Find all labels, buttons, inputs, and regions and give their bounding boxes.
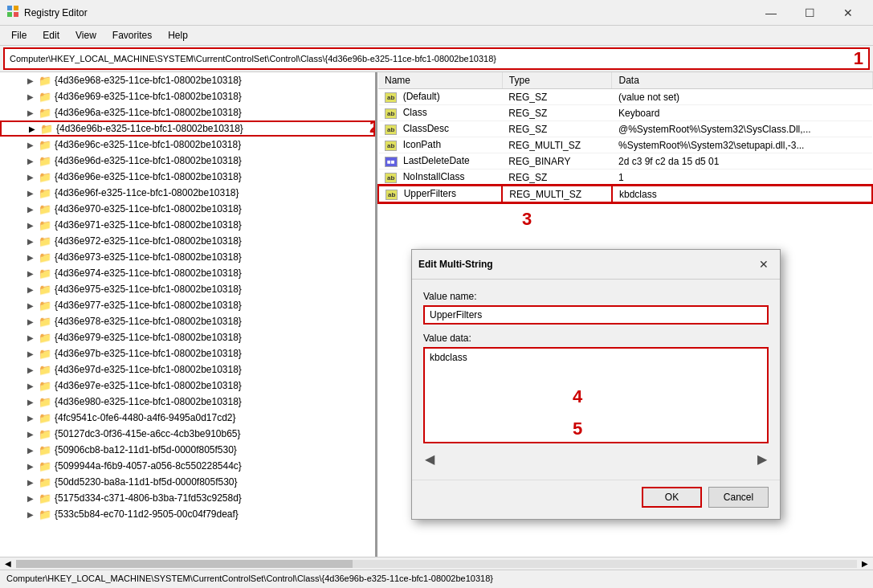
tree-label-8: {4d36e96f-e325-11ce-bfc1-08002be10318} <box>55 187 239 198</box>
scroll-right-btn[interactable]: ▶ <box>859 559 871 568</box>
value-name-input[interactable] <box>423 305 769 325</box>
tree-item-24[interactable]: ▶ 📁 {50906cb8-ba12-11d1-bf5d-0000f805f53… <box>0 442 375 458</box>
table-row[interactable]: ab NoInstallClass REG_SZ 1 <box>378 169 872 186</box>
minimize-button[interactable]: — <box>753 2 789 24</box>
tree-item-23[interactable]: ▶ 📁 {50127dc3-0f36-415e-a6cc-4cb3be910b6… <box>0 426 375 442</box>
table-row[interactable]: ab (Default) REG_SZ (value not set) <box>378 89 872 105</box>
tree-item-18[interactable]: ▶ 📁 {4d36e97b-e325-11ce-bfc1-08002be1031… <box>0 345 375 361</box>
table-row-upperfilters[interactable]: ab UpperFilters REG_MULTI_SZ kbdclass <box>378 186 872 202</box>
tree-item-17[interactable]: ▶ 📁 {4d36e979-e325-11ce-bfc1-08002be1031… <box>0 329 375 345</box>
tree-item-26[interactable]: ▶ 📁 {50dd5230-ba8a-11d1-bf5d-0000f805f53… <box>0 474 375 490</box>
tree-label-27: {5175d334-c371-4806-b3ba-71fd53c9258d} <box>55 492 242 504</box>
tree-item-7[interactable]: ▶ 📁 {4d36e96e-e325-11ce-bfc1-08002be1031… <box>0 169 375 185</box>
folder-icon-15: 📁 <box>39 300 51 312</box>
dialog-cancel-button[interactable]: Cancel <box>708 487 769 508</box>
folder-icon-7: 📁 <box>39 171 51 183</box>
value-data-label: Value data: <box>423 333 769 344</box>
dialog-footer: OK Cancel <box>412 480 780 519</box>
menu-view[interactable]: View <box>67 27 104 43</box>
menu-file[interactable]: File <box>3 27 35 43</box>
expand-arrow-15: ▶ <box>24 299 37 312</box>
expand-arrow-25: ▶ <box>24 459 37 472</box>
tree-item-14[interactable]: ▶ 📁 {4d36e975-e325-11ce-bfc1-08002be1031… <box>0 281 375 297</box>
tree-label-5: {4d36e96c-e325-11ce-bfc1-08002be10318} <box>55 139 241 150</box>
tree-label-21: {4d36e980-e325-11ce-bfc1-08002be10318} <box>55 396 242 407</box>
folder-icon-14: 📁 <box>39 284 51 296</box>
dialog-ok-button[interactable]: OK <box>642 487 702 508</box>
dialog-title-bar: Edit Multi-String ✕ <box>412 250 780 280</box>
dialog-close-button[interactable]: ✕ <box>754 255 773 274</box>
cell-type: REG_MULTI_SZ <box>502 186 612 202</box>
tree-label-6: {4d36e96d-e325-11ce-bfc1-08002be10318} <box>55 155 242 166</box>
cell-data: kbdclass <box>612 186 872 202</box>
folder-icon-3: 📁 <box>39 107 51 119</box>
tree-label-28: {533c5b84-ec70-11d2-9505-00c04f79deaf} <box>55 508 239 520</box>
cell-name: ab UpperFilters <box>378 186 502 202</box>
tree-label-10: {4d36e971-e325-11ce-bfc1-08002be10318} <box>55 219 242 231</box>
col-header-data: Data <box>612 72 872 89</box>
table-row[interactable]: ab IconPath REG_MULTI_SZ %SystemRoot%\Sy… <box>378 137 872 153</box>
tree-label-3: {4d36e96a-e325-11ce-bfc1-08002be10318} <box>55 107 242 118</box>
tree-item-8[interactable]: ▶ 📁 {4d36e96f-e325-11ce-bfc1-08002be1031… <box>0 185 375 201</box>
expand-arrow-5: ▶ <box>24 138 37 151</box>
folder-icon-21: 📁 <box>39 396 51 408</box>
maximize-button[interactable]: ☐ <box>791 2 828 24</box>
scroll-right-indicator[interactable]: ▶ <box>757 451 767 467</box>
tree-label-24: {50906cb8-ba12-11d1-bf5d-0000f805f530} <box>55 444 237 455</box>
expand-arrow-7: ▶ <box>24 170 37 183</box>
tree-item-22[interactable]: ▶ 📁 {4fc9541c-0fe6-4480-a4f6-9495a0d17cd… <box>0 410 375 426</box>
tree-item-25[interactable]: ▶ 📁 {5099944a-f6b9-4057-a056-8c550228544… <box>0 458 375 474</box>
table-header-row: Name Type Data <box>378 72 872 89</box>
tree-item-2[interactable]: ▶ 📁 {4d36e969-e325-11ce-bfc1-08002be1031… <box>0 88 375 104</box>
tree-item-13[interactable]: ▶ 📁 {4d36e974-e325-11ce-bfc1-08002be1031… <box>0 265 375 281</box>
folder-icon-18: 📁 <box>39 348 51 360</box>
table-row[interactable]: ■■ LastDeleteDate REG_BINARY 2d c3 9f c2… <box>378 153 872 169</box>
scroll-left-btn[interactable]: ◀ <box>2 559 14 568</box>
expand-arrow-17: ▶ <box>24 331 37 344</box>
scroll-thumb[interactable] <box>16 560 353 568</box>
cell-data: @%SystemRoot%\System32\SysClass.Dll,... <box>612 121 872 137</box>
tree-item-19[interactable]: ▶ 📁 {4d36e97d-e325-11ce-bfc1-08002be1031… <box>0 361 375 378</box>
menu-favorites[interactable]: Favorites <box>104 27 160 43</box>
address-bar-path[interactable]: Computer\HKEY_LOCAL_MACHINE\SYSTEM\Curre… <box>10 54 846 63</box>
tree-item-20[interactable]: ▶ 📁 {4d36e97e-e325-11ce-bfc1-08002be1031… <box>0 378 375 394</box>
tree-item-27[interactable]: ▶ 📁 {5175d334-c371-4806-b3ba-71fd53c9258… <box>0 490 375 506</box>
tree-item-12[interactable]: ▶ 📁 {4d36e973-e325-11ce-bfc1-08002be1031… <box>0 249 375 265</box>
scroll-left-indicator[interactable]: ◀ <box>425 451 434 467</box>
tree-pane[interactable]: 2 ▶ 📁 {4d36e968-e325-11ce-bfc1-08002be10… <box>0 72 377 557</box>
tree-item-5[interactable]: ▶ 📁 {4d36e96c-e325-11ce-bfc1-08002be1031… <box>0 137 375 153</box>
folder-icon-19: 📁 <box>39 364 51 376</box>
col-header-type: Type <box>502 72 612 89</box>
expand-arrow-1: ▶ <box>24 74 37 87</box>
tree-label-9: {4d36e970-e325-11ce-bfc1-08002be10318} <box>55 203 242 214</box>
value-icon: ab <box>385 141 397 151</box>
horizontal-scrollbar[interactable]: ◀ ▶ <box>0 557 873 570</box>
table-row[interactable]: ab ClassDesc REG_SZ @%SystemRoot%\System… <box>378 121 872 137</box>
tree-item-21[interactable]: ▶ 📁 {4d36e980-e325-11ce-bfc1-08002be1031… <box>0 394 375 410</box>
folder-icon-5: 📁 <box>39 139 51 151</box>
tree-item-3[interactable]: ▶ 📁 {4d36e96a-e325-11ce-bfc1-08002be1031… <box>0 104 375 120</box>
table-row[interactable]: ab Class REG_SZ Keyboard <box>378 105 872 121</box>
tree-label-13: {4d36e974-e325-11ce-bfc1-08002be10318} <box>55 267 242 279</box>
menu-help[interactable]: Help <box>160 27 196 43</box>
annotation-4: 4 <box>573 386 582 407</box>
tree-item-4[interactable]: ▶ 📁 {4d36e96b-e325-11ce-bfc1-08002be1031… <box>0 120 375 137</box>
tree-item-16[interactable]: ▶ 📁 {4d36e978-e325-11ce-bfc1-08002be1031… <box>0 313 375 329</box>
menu-edit[interactable]: Edit <box>35 27 67 43</box>
close-button[interactable]: ✕ <box>830 2 867 24</box>
scroll-track[interactable] <box>16 560 857 568</box>
tree-item-28[interactable]: ▶ 📁 {533c5b84-ec70-11d2-9505-00c04f79dea… <box>0 506 375 522</box>
tree-item-1[interactable]: ▶ 📁 {4d36e968-e325-11ce-bfc1-08002be1031… <box>0 72 375 88</box>
tree-item-15[interactable]: ▶ 📁 {4d36e977-e325-11ce-bfc1-08002be1031… <box>0 297 375 313</box>
tree-item-6[interactable]: ▶ 📁 {4d36e96d-e325-11ce-bfc1-08002be1031… <box>0 153 375 169</box>
tree-item-11[interactable]: ▶ 📁 {4d36e972-e325-11ce-bfc1-08002be1031… <box>0 233 375 249</box>
value-data-textarea[interactable] <box>423 347 769 443</box>
expand-arrow-2: ▶ <box>24 90 37 103</box>
folder-icon-25: 📁 <box>39 460 51 472</box>
tree-label-19: {4d36e97d-e325-11ce-bfc1-08002be10318} <box>55 364 242 375</box>
tree-label-17: {4d36e979-e325-11ce-bfc1-08002be10318} <box>55 332 242 343</box>
cell-name: ■■ LastDeleteDate <box>378 153 502 169</box>
col-header-name: Name <box>378 72 502 89</box>
tree-item-9[interactable]: ▶ 📁 {4d36e970-e325-11ce-bfc1-08002be1031… <box>0 201 375 217</box>
tree-item-10[interactable]: ▶ 📁 {4d36e971-e325-11ce-bfc1-08002be1031… <box>0 217 375 233</box>
